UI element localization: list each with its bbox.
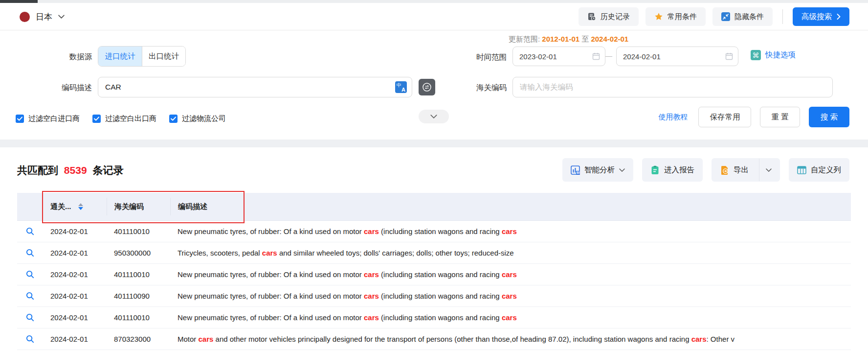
cell-code: 870323000 bbox=[107, 335, 170, 343]
data-source-tabs: 进口统计 出口统计 bbox=[98, 46, 186, 67]
bi-chart-icon: BI bbox=[571, 165, 580, 175]
export-button[interactable]: 导出 bbox=[712, 158, 780, 182]
command-icon: ⌘ bbox=[751, 50, 761, 60]
cell-code: 950300000 bbox=[107, 249, 170, 257]
enter-report-button[interactable]: 进入报告 bbox=[642, 158, 703, 182]
chevron-down-icon[interactable] bbox=[766, 168, 772, 172]
search-button[interactable]: 搜 索 bbox=[809, 107, 849, 127]
code-desc-label: 编码描述 bbox=[0, 83, 92, 93]
checkbox-checked-icon bbox=[169, 115, 178, 123]
app-screen: 日本 历史记录 常用条件 隐藏条件 高级搜索 更新范 bbox=[0, 0, 868, 352]
header-hs-code[interactable]: 海关编码 bbox=[107, 198, 170, 215]
header-code-description[interactable]: 编码描述 bbox=[170, 198, 851, 215]
checkbox-checked-icon bbox=[16, 115, 24, 123]
hide-conditions-button[interactable]: 隐藏条件 bbox=[712, 7, 773, 26]
cell-date: 2024-02-01 bbox=[50, 313, 88, 322]
country-selector[interactable]: 日本 bbox=[20, 9, 65, 24]
enter-report-label: 进入报告 bbox=[664, 165, 694, 175]
tab-import-stats[interactable]: 进口统计 bbox=[98, 47, 142, 66]
export-icon bbox=[720, 165, 729, 175]
time-range-label: 时间范围 bbox=[416, 52, 507, 63]
history-button[interactable]: 历史记录 bbox=[579, 7, 639, 26]
magnifier-icon[interactable] bbox=[25, 227, 35, 236]
history-icon bbox=[587, 12, 596, 21]
country-name: 日本 bbox=[36, 11, 52, 23]
results-summary: 共匹配到 8539 条记录 bbox=[17, 164, 123, 177]
sort-control[interactable] bbox=[78, 203, 83, 210]
sort-down-caret-icon bbox=[78, 207, 83, 210]
advanced-search-button[interactable]: 高级搜索 bbox=[793, 7, 849, 26]
button-divider bbox=[759, 159, 759, 181]
header-clearance-date[interactable]: 通关... bbox=[43, 198, 107, 215]
report-icon bbox=[650, 165, 660, 175]
chevron-down-icon bbox=[58, 15, 65, 19]
history-label: 历史记录 bbox=[601, 12, 630, 22]
quick-options-link[interactable]: ⌘ 快捷选项 bbox=[751, 50, 796, 60]
date-range-separator: — bbox=[604, 52, 613, 60]
custom-columns-label: 自定义列 bbox=[811, 165, 841, 175]
table-row[interactable]: 2024-02-01 401110090 New pneumatic tyres… bbox=[17, 285, 851, 307]
table-row[interactable]: 2024-02-01 401110010 New pneumatic tyres… bbox=[17, 264, 851, 285]
checkbox-checked-icon bbox=[92, 115, 101, 123]
date-from-value: 2023-02-01 bbox=[519, 52, 592, 61]
smart-analysis-label: 智能分析 bbox=[584, 165, 615, 175]
calendar-icon bbox=[725, 52, 733, 60]
translate-icon[interactable]: 中 A bbox=[395, 81, 407, 93]
checkbox-filter-logistics[interactable]: 过滤物流公司 bbox=[169, 114, 226, 123]
code-desc-input[interactable]: CAR 中 A bbox=[98, 77, 412, 97]
cell-desc: Tricycles, scooters, pedal cars and simi… bbox=[170, 249, 851, 257]
section-divider bbox=[0, 140, 868, 147]
table-row[interactable]: 2024-02-01 870323000 Motor cars and othe… bbox=[17, 329, 851, 350]
smart-analysis-button[interactable]: BI 智能分析 bbox=[562, 158, 633, 182]
cell-desc: New pneumatic tyres, of rubber: Of a kin… bbox=[170, 313, 851, 322]
checkbox-filter-exporter[interactable]: 过滤空白出口商 bbox=[92, 114, 156, 123]
calendar-icon bbox=[592, 52, 600, 60]
collapse-icon bbox=[721, 12, 730, 21]
favorites-button[interactable]: 常用条件 bbox=[645, 7, 706, 26]
cell-date: 2024-02-01 bbox=[50, 227, 88, 235]
cell-code: 401110010 bbox=[107, 270, 170, 279]
cell-date: 2024-02-01 bbox=[50, 270, 88, 279]
magnifier-icon[interactable] bbox=[25, 248, 35, 258]
custom-columns-button[interactable]: 自定义列 bbox=[789, 158, 849, 182]
checkbox-row: 过滤空白进口商 过滤空白出口商 过滤物流公司 bbox=[16, 112, 226, 125]
update-to-date: 2024-02-01 bbox=[591, 35, 628, 43]
star-icon bbox=[654, 12, 663, 21]
reset-button[interactable]: 重 置 bbox=[760, 107, 800, 127]
table-row[interactable]: 2024-02-01 401110010 New pneumatic tyres… bbox=[17, 221, 851, 242]
hs-code-input[interactable]: 请输入海关编码 bbox=[512, 77, 833, 97]
chevron-down-icon bbox=[430, 115, 437, 118]
expand-collapse-pill[interactable] bbox=[419, 110, 449, 123]
chevron-down-icon bbox=[619, 168, 625, 172]
filter-actions: 使用教程 保存常用 重 置 搜 索 bbox=[658, 107, 849, 127]
cell-code: 401110090 bbox=[107, 292, 170, 300]
magnifier-icon[interactable] bbox=[25, 334, 35, 344]
divider bbox=[782, 9, 783, 24]
date-from-input[interactable]: 2023-02-01 bbox=[512, 47, 605, 66]
save-common-button[interactable]: 保存常用 bbox=[698, 107, 751, 127]
magnifier-icon[interactable] bbox=[25, 313, 35, 322]
favorites-label: 常用条件 bbox=[668, 12, 697, 22]
tab-export-stats[interactable]: 出口统计 bbox=[142, 47, 185, 66]
chevron-right-icon bbox=[837, 14, 841, 20]
cell-desc: New pneumatic tyres, of rubber: Of a kin… bbox=[170, 227, 851, 235]
columns-icon bbox=[797, 165, 806, 175]
update-range-text: 更新范围: 2012-01-01 至 2024-02-01 bbox=[509, 35, 628, 44]
date-to-input[interactable]: 2024-02-01 bbox=[616, 47, 738, 66]
table-row[interactable]: 2024-02-01 401110010 New pneumatic tyres… bbox=[17, 307, 851, 329]
table-header: 通关... 海关编码 编码描述 bbox=[17, 193, 851, 221]
magnifier-icon[interactable] bbox=[25, 291, 35, 301]
magnifier-icon[interactable] bbox=[25, 270, 35, 279]
japan-flag-icon bbox=[20, 12, 30, 22]
table-row[interactable]: 2024-02-01 950300000 Tricycles, scooters… bbox=[17, 242, 851, 264]
checkbox-filter-importer[interactable]: 过滤空白进口商 bbox=[16, 114, 80, 123]
cell-code: 401110010 bbox=[107, 227, 170, 235]
cell-desc: New pneumatic tyres, of rubber: Of a kin… bbox=[170, 292, 851, 300]
update-from-date: 2012-01-01 bbox=[542, 35, 579, 43]
results-panel: 共匹配到 8539 条记录 BI 智能分析 进入报告 导出 自定义列 bbox=[0, 147, 868, 352]
cell-desc: New pneumatic tyres, of rubber: Of a kin… bbox=[170, 270, 851, 279]
hs-code-placeholder: 请输入海关编码 bbox=[520, 82, 573, 93]
tutorial-link[interactable]: 使用教程 bbox=[658, 113, 688, 122]
sort-up-caret-icon bbox=[78, 203, 83, 206]
code-desc-value: CAR bbox=[105, 83, 395, 92]
